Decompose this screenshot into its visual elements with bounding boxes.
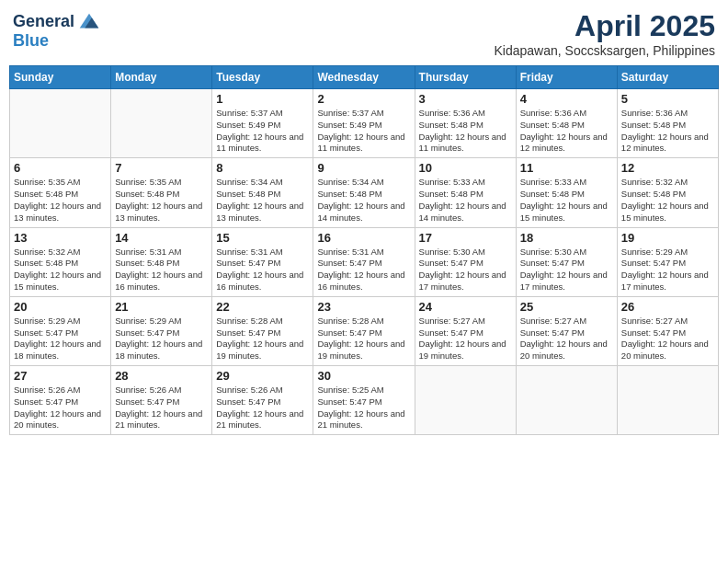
calendar-day: 26 Sunrise: 5:27 AMSunset: 5:47 PMDaylig… bbox=[617, 296, 718, 365]
day-info: Sunrise: 5:31 AMSunset: 5:48 PMDaylight:… bbox=[115, 247, 208, 293]
day-number: 10 bbox=[419, 161, 512, 175]
calendar-day bbox=[617, 366, 718, 435]
month-title: April 2025 bbox=[495, 9, 715, 43]
calendar-day: 25 Sunrise: 5:27 AMSunset: 5:47 PMDaylig… bbox=[516, 296, 617, 365]
col-tuesday: Tuesday bbox=[212, 66, 313, 89]
calendar-day: 4 Sunrise: 5:36 AMSunset: 5:48 PMDayligh… bbox=[516, 89, 617, 158]
calendar-day: 21 Sunrise: 5:29 AMSunset: 5:47 PMDaylig… bbox=[111, 296, 212, 365]
calendar-day: 16 Sunrise: 5:31 AMSunset: 5:47 PMDaylig… bbox=[313, 227, 415, 296]
col-friday: Friday bbox=[516, 66, 617, 89]
day-info: Sunrise: 5:36 AMSunset: 5:48 PMDaylight:… bbox=[621, 108, 714, 155]
calendar-day bbox=[516, 366, 617, 435]
location-subtitle: Kidapawan, Soccsksargen, Philippines bbox=[495, 43, 715, 58]
day-info: Sunrise: 5:36 AMSunset: 5:48 PMDaylight:… bbox=[419, 108, 512, 155]
col-monday: Monday bbox=[111, 66, 212, 89]
calendar-day: 3 Sunrise: 5:36 AMSunset: 5:48 PMDayligh… bbox=[415, 89, 516, 158]
calendar-day: 9 Sunrise: 5:34 AMSunset: 5:48 PMDayligh… bbox=[313, 158, 415, 227]
day-info: Sunrise: 5:35 AMSunset: 5:48 PMDaylight:… bbox=[115, 177, 208, 224]
day-info: Sunrise: 5:35 AMSunset: 5:48 PMDaylight:… bbox=[14, 177, 107, 224]
day-info: Sunrise: 5:26 AMSunset: 5:47 PMDaylight:… bbox=[14, 385, 107, 431]
calendar-day: 20 Sunrise: 5:29 AMSunset: 5:47 PMDaylig… bbox=[10, 296, 111, 365]
calendar-day: 27 Sunrise: 5:26 AMSunset: 5:47 PMDaylig… bbox=[10, 366, 111, 435]
day-info: Sunrise: 5:28 AMSunset: 5:47 PMDaylight:… bbox=[216, 316, 309, 362]
day-info: Sunrise: 5:26 AMSunset: 5:47 PMDaylight:… bbox=[216, 385, 309, 431]
day-number: 9 bbox=[317, 161, 410, 175]
day-number: 7 bbox=[115, 161, 208, 175]
day-number: 30 bbox=[317, 369, 410, 383]
calendar-table: Sunday Monday Tuesday Wednesday Thursday… bbox=[9, 65, 719, 435]
day-number: 20 bbox=[14, 300, 107, 314]
day-number: 23 bbox=[317, 300, 410, 314]
calendar-day: 7 Sunrise: 5:35 AMSunset: 5:48 PMDayligh… bbox=[111, 158, 212, 227]
day-number: 18 bbox=[520, 231, 613, 245]
day-info: Sunrise: 5:37 AMSunset: 5:49 PMDaylight:… bbox=[216, 108, 309, 155]
day-info: Sunrise: 5:36 AMSunset: 5:48 PMDaylight:… bbox=[520, 108, 613, 155]
calendar-day: 24 Sunrise: 5:27 AMSunset: 5:47 PMDaylig… bbox=[415, 296, 516, 365]
calendar-day: 8 Sunrise: 5:34 AMSunset: 5:48 PMDayligh… bbox=[212, 158, 313, 227]
day-info: Sunrise: 5:37 AMSunset: 5:49 PMDaylight:… bbox=[317, 108, 410, 155]
day-info: Sunrise: 5:30 AMSunset: 5:47 PMDaylight:… bbox=[520, 247, 613, 293]
day-info: Sunrise: 5:32 AMSunset: 5:48 PMDaylight:… bbox=[621, 177, 714, 224]
calendar-day: 2 Sunrise: 5:37 AMSunset: 5:49 PMDayligh… bbox=[313, 89, 415, 158]
calendar-day: 1 Sunrise: 5:37 AMSunset: 5:49 PMDayligh… bbox=[212, 89, 313, 158]
calendar-day: 23 Sunrise: 5:28 AMSunset: 5:47 PMDaylig… bbox=[313, 296, 415, 365]
day-info: Sunrise: 5:31 AMSunset: 5:47 PMDaylight:… bbox=[317, 247, 410, 293]
calendar-day bbox=[415, 366, 516, 435]
day-number: 16 bbox=[317, 231, 410, 245]
calendar-day bbox=[111, 89, 212, 158]
calendar-day bbox=[10, 89, 111, 158]
calendar-day: 28 Sunrise: 5:26 AMSunset: 5:47 PMDaylig… bbox=[111, 366, 212, 435]
calendar-week-row: 13 Sunrise: 5:32 AMSunset: 5:48 PMDaylig… bbox=[10, 227, 719, 296]
day-number: 12 bbox=[621, 161, 714, 175]
day-info: Sunrise: 5:26 AMSunset: 5:47 PMDaylight:… bbox=[115, 385, 208, 431]
calendar-day: 10 Sunrise: 5:33 AMSunset: 5:48 PMDaylig… bbox=[415, 158, 516, 227]
calendar-week-row: 20 Sunrise: 5:29 AMSunset: 5:47 PMDaylig… bbox=[10, 296, 719, 365]
title-block: April 2025 Kidapawan, Soccsksargen, Phil… bbox=[495, 9, 715, 58]
day-info: Sunrise: 5:28 AMSunset: 5:47 PMDaylight:… bbox=[317, 316, 410, 362]
day-info: Sunrise: 5:30 AMSunset: 5:47 PMDaylight:… bbox=[419, 247, 512, 293]
logo: General Blue bbox=[13, 9, 102, 51]
day-info: Sunrise: 5:27 AMSunset: 5:47 PMDaylight:… bbox=[520, 316, 613, 362]
day-number: 24 bbox=[419, 300, 512, 314]
day-number: 1 bbox=[216, 92, 309, 106]
col-sunday: Sunday bbox=[10, 66, 111, 89]
day-number: 25 bbox=[520, 300, 613, 314]
day-number: 28 bbox=[115, 369, 208, 383]
page-header: General Blue April 2025 Kidapawan, Soccs… bbox=[9, 9, 719, 58]
day-number: 6 bbox=[14, 161, 107, 175]
calendar-day: 5 Sunrise: 5:36 AMSunset: 5:48 PMDayligh… bbox=[617, 89, 718, 158]
day-number: 22 bbox=[216, 300, 309, 314]
day-number: 19 bbox=[621, 231, 714, 245]
day-number: 3 bbox=[419, 92, 512, 106]
day-info: Sunrise: 5:32 AMSunset: 5:48 PMDaylight:… bbox=[14, 247, 107, 293]
day-info: Sunrise: 5:29 AMSunset: 5:47 PMDaylight:… bbox=[621, 247, 714, 293]
calendar-day: 11 Sunrise: 5:33 AMSunset: 5:48 PMDaylig… bbox=[516, 158, 617, 227]
day-info: Sunrise: 5:29 AMSunset: 5:47 PMDaylight:… bbox=[14, 316, 107, 362]
day-number: 26 bbox=[621, 300, 714, 314]
col-thursday: Thursday bbox=[415, 66, 516, 89]
day-number: 8 bbox=[216, 161, 309, 175]
calendar-day: 17 Sunrise: 5:30 AMSunset: 5:47 PMDaylig… bbox=[415, 227, 516, 296]
day-info: Sunrise: 5:25 AMSunset: 5:47 PMDaylight:… bbox=[317, 385, 410, 431]
day-info: Sunrise: 5:27 AMSunset: 5:47 PMDaylight:… bbox=[419, 316, 512, 362]
logo-icon bbox=[76, 9, 102, 35]
calendar-day: 12 Sunrise: 5:32 AMSunset: 5:48 PMDaylig… bbox=[617, 158, 718, 227]
calendar-day: 14 Sunrise: 5:31 AMSunset: 5:48 PMDaylig… bbox=[111, 227, 212, 296]
calendar-week-row: 6 Sunrise: 5:35 AMSunset: 5:48 PMDayligh… bbox=[10, 158, 719, 227]
day-number: 4 bbox=[520, 92, 613, 106]
day-number: 2 bbox=[317, 92, 410, 106]
calendar-day: 6 Sunrise: 5:35 AMSunset: 5:48 PMDayligh… bbox=[10, 158, 111, 227]
day-number: 11 bbox=[520, 161, 613, 175]
day-number: 29 bbox=[216, 369, 309, 383]
day-info: Sunrise: 5:34 AMSunset: 5:48 PMDaylight:… bbox=[216, 177, 309, 224]
day-number: 15 bbox=[216, 231, 309, 245]
day-info: Sunrise: 5:27 AMSunset: 5:47 PMDaylight:… bbox=[621, 316, 714, 362]
calendar-day: 22 Sunrise: 5:28 AMSunset: 5:47 PMDaylig… bbox=[212, 296, 313, 365]
calendar-week-row: 1 Sunrise: 5:37 AMSunset: 5:49 PMDayligh… bbox=[10, 89, 719, 158]
calendar-header-row: Sunday Monday Tuesday Wednesday Thursday… bbox=[10, 66, 719, 89]
logo-text: General bbox=[13, 13, 74, 31]
day-number: 21 bbox=[115, 300, 208, 314]
day-number: 27 bbox=[14, 369, 107, 383]
day-info: Sunrise: 5:33 AMSunset: 5:48 PMDaylight:… bbox=[419, 177, 512, 224]
day-number: 13 bbox=[14, 231, 107, 245]
